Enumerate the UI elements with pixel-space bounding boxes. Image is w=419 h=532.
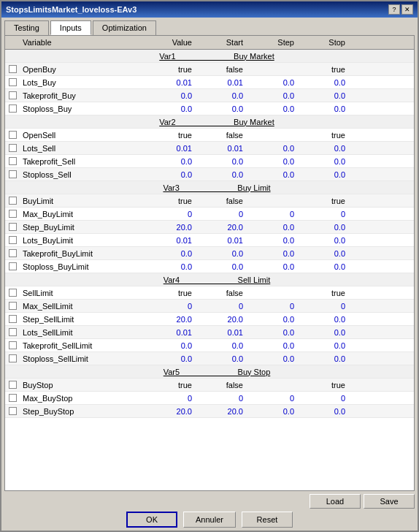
stoploss-sell-start[interactable]: 0.0 — [195, 170, 246, 180]
step-buylimit-check[interactable] — [5, 223, 20, 231]
stoploss-buylimit-checkbox[interactable] — [9, 262, 17, 270]
selllimit-checkbox[interactable] — [9, 289, 17, 297]
buystop-step[interactable] — [246, 384, 297, 386]
step-selllimit-stop[interactable]: 0.0 — [297, 314, 348, 324]
lots-buy-stop[interactable]: 0.0 — [297, 77, 348, 88]
step-buylimit-start[interactable]: 20.0 — [195, 222, 246, 232]
step-buystop-checkbox[interactable] — [9, 407, 17, 415]
opensell-start[interactable]: false — [195, 130, 246, 140]
takeprofit-buylimit-value[interactable]: 0.0 — [137, 248, 195, 259]
save-button[interactable]: Save — [364, 494, 415, 509]
step-buylimit-value[interactable]: 20.0 — [137, 222, 195, 232]
buystop-stop[interactable]: true — [297, 380, 348, 390]
takeprofit-buy-start[interactable]: 0.0 — [195, 91, 246, 101]
buystop-check[interactable] — [5, 381, 20, 389]
openbuy-start[interactable]: false — [195, 64, 246, 75]
stoploss-selllimit-stop[interactable]: 0.0 — [297, 354, 348, 364]
buylimit-check[interactable] — [5, 197, 20, 205]
takeprofit-sell-stop[interactable]: 0.0 — [297, 156, 348, 167]
takeprofit-sell-step[interactable]: 0.0 — [246, 156, 297, 167]
takeprofit-buylimit-step[interactable]: 0.0 — [246, 248, 297, 259]
max-selllimit-stop[interactable]: 0 — [297, 301, 348, 311]
selllimit-check[interactable] — [5, 289, 20, 297]
stoploss-buylimit-step[interactable]: 0.0 — [246, 262, 297, 272]
takeprofit-buylimit-checkbox[interactable] — [9, 249, 17, 257]
stoploss-selllimit-value[interactable]: 0.0 — [137, 354, 195, 364]
lots-buy-step[interactable]: 0.0 — [246, 77, 297, 88]
step-selllimit-start[interactable]: 20.0 — [195, 314, 246, 324]
max-selllimit-value[interactable]: 0 — [137, 301, 195, 311]
takeprofit-buy-step[interactable]: 0.0 — [246, 91, 297, 101]
lots-sell-value[interactable]: 0.01 — [137, 143, 195, 153]
takeprofit-buy-value[interactable]: 0.0 — [137, 91, 195, 101]
openbuy-value[interactable]: true — [137, 64, 195, 75]
selllimit-start[interactable]: false — [195, 288, 246, 298]
help-button[interactable]: ? — [388, 4, 400, 15]
lots-selllimit-step[interactable]: 0.0 — [246, 327, 297, 338]
stoploss-sell-checkbox[interactable] — [9, 170, 17, 178]
max-buystop-start[interactable]: 0 — [195, 393, 246, 403]
tab-optimization[interactable]: Optimization — [93, 20, 156, 35]
lots-selllimit-check[interactable] — [5, 328, 20, 336]
takeprofit-buylimit-check[interactable] — [5, 249, 20, 257]
lots-buylimit-checkbox[interactable] — [9, 236, 17, 244]
buylimit-start[interactable]: false — [195, 196, 246, 206]
stoploss-sell-check[interactable] — [5, 170, 20, 178]
step-buystop-start[interactable]: 20.0 — [195, 406, 246, 417]
openbuy-stop[interactable]: true — [297, 64, 348, 75]
opensell-stop[interactable]: true — [297, 130, 348, 140]
takeprofit-selllimit-value[interactable]: 0.0 — [137, 341, 195, 351]
openbuy-check[interactable] — [5, 65, 20, 73]
max-buystop-value[interactable]: 0 — [137, 393, 195, 403]
max-buylimit-start[interactable]: 0 — [195, 209, 246, 219]
max-selllimit-check[interactable] — [5, 302, 20, 310]
selllimit-value[interactable]: true — [137, 288, 195, 298]
stoploss-buylimit-start[interactable]: 0.0 — [195, 262, 246, 272]
lots-selllimit-stop[interactable]: 0.0 — [297, 327, 348, 338]
lots-buy-value[interactable]: 0.01 — [137, 77, 195, 88]
stoploss-buylimit-stop[interactable]: 0.0 — [297, 262, 348, 272]
takeprofit-buylimit-stop[interactable]: 0.0 — [297, 248, 348, 259]
lots-buy-check[interactable] — [5, 78, 20, 86]
selllimit-step[interactable] — [246, 292, 297, 294]
step-selllimit-value[interactable]: 20.0 — [137, 314, 195, 324]
max-buylimit-stop[interactable]: 0 — [297, 209, 348, 219]
stoploss-buy-stop[interactable]: 0.0 — [297, 104, 348, 114]
stoploss-sell-stop[interactable]: 0.0 — [297, 170, 348, 180]
max-buystop-step[interactable]: 0 — [246, 393, 297, 403]
step-buystop-check[interactable] — [5, 407, 20, 415]
stoploss-sell-step[interactable]: 0.0 — [246, 170, 297, 180]
stoploss-selllimit-check[interactable] — [5, 354, 20, 362]
cancel-button[interactable]: Annuler — [183, 512, 236, 528]
max-buylimit-step[interactable]: 0 — [246, 209, 297, 219]
opensell-value[interactable]: true — [137, 130, 195, 140]
takeprofit-selllimit-stop[interactable]: 0.0 — [297, 341, 348, 351]
buylimit-checkbox[interactable] — [9, 197, 17, 205]
max-buylimit-checkbox[interactable] — [9, 210, 17, 218]
opensell-step[interactable] — [246, 134, 297, 136]
stoploss-selllimit-step[interactable]: 0.0 — [246, 354, 297, 364]
close-button[interactable]: ✕ — [401, 4, 413, 15]
max-buystop-checkbox[interactable] — [9, 394, 17, 402]
max-buystop-stop[interactable]: 0 — [297, 393, 348, 403]
lots-sell-start[interactable]: 0.01 — [195, 143, 246, 153]
takeprofit-selllimit-check[interactable] — [5, 341, 20, 349]
max-selllimit-step[interactable]: 0 — [246, 301, 297, 311]
stoploss-buy-checkbox[interactable] — [9, 104, 17, 113]
stoploss-selllimit-start[interactable]: 0.0 — [195, 354, 246, 364]
buylimit-value[interactable]: true — [137, 196, 195, 206]
lots-buy-start[interactable]: 0.01 — [195, 77, 246, 88]
step-buylimit-stop[interactable]: 0.0 — [297, 222, 348, 232]
step-selllimit-checkbox[interactable] — [9, 315, 17, 323]
selllimit-stop[interactable]: true — [297, 288, 348, 298]
max-buylimit-check[interactable] — [5, 210, 20, 218]
max-buylimit-value[interactable]: 0 — [137, 209, 195, 219]
takeprofit-buy-checkbox[interactable] — [9, 91, 17, 99]
load-button[interactable]: Load — [310, 494, 361, 509]
takeprofit-sell-value[interactable]: 0.0 — [137, 156, 195, 167]
lots-buylimit-step[interactable]: 0.0 — [246, 235, 297, 246]
lots-selllimit-checkbox[interactable] — [9, 328, 17, 336]
lots-buylimit-stop[interactable]: 0.0 — [297, 235, 348, 246]
lots-sell-step[interactable]: 0.0 — [246, 143, 297, 153]
buystop-checkbox[interactable] — [9, 381, 17, 389]
